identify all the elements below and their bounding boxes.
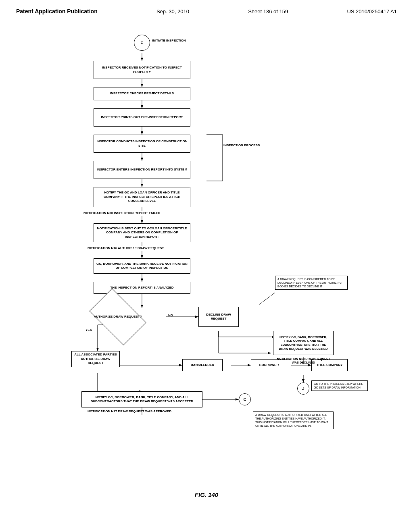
label-n16: NOTIFICATION N16 AUTHORIZE DRAW REQUEST — [88, 246, 164, 250]
patent-number: US 2010/0250417 A1 — [347, 8, 397, 15]
yes-label: YES — [86, 328, 92, 332]
no-label: NO — [168, 314, 173, 317]
box-inspector-checks: INSPECTOR CHECKS PROJECT DETAILS — [94, 87, 190, 100]
box-notify-gc-concern: NOTIFY THE GC AND LOAN OFFICER AND TITLE… — [94, 187, 190, 207]
inspection-process-label: INSPECTION PROCESS — [223, 143, 260, 147]
label-n18: NOTIFICATION N18 DRAW REQUEST WAS DECLIN… — [274, 357, 333, 364]
j-annotation: GO TO THE PROCESS STEP WHERE GC SETS UP … — [311, 380, 368, 391]
initiate-label: INITIATE INSPECTION — [152, 39, 186, 42]
annotation-draw-declined: A DRAW REQUEST IS CONSIDERED TO BE DECLI… — [275, 276, 348, 290]
sheet-number: Sheet 136 of 159 — [248, 8, 288, 15]
box-all-parties-authorize: ALL ASSOCIATED PARTIES AUTHORIZE DRAW RE… — [71, 351, 120, 367]
box-notify-accepted: NOTIFY GC, BORROWER, BANK, TITLE COMPANY… — [81, 391, 202, 407]
box-inspector-enters: INSPECTOR ENTERS INSPECTION REPORT INTO … — [94, 161, 190, 179]
svg-line-32 — [259, 293, 275, 305]
publication-date: Sep. 30, 2010 — [156, 8, 189, 15]
box-bank-lender: BANK/LENDER — [182, 359, 223, 371]
page-header: Patent Application Publication Sep. 30, … — [16, 8, 397, 15]
box-notify-declined: NOTIFY GC, BANK, BORROWER, TITLE COMPANY… — [273, 331, 334, 355]
j-circle: J — [297, 382, 309, 395]
box-inspector-receives: INSPECTOR RECEIVES NOTIFICATION TO INSPE… — [94, 61, 190, 79]
box-decline-draw: DECLINE DRAW REQUEST — [198, 307, 239, 327]
g-circle: G — [134, 35, 150, 51]
c-circle: C — [239, 393, 251, 405]
diamond-authorize: AUTHORIZE DRAW REQUEST? — [94, 301, 142, 333]
label-n30: NOTIFICATION N30 INSPECTION REPORT FAILE… — [83, 211, 161, 215]
annotation-draw-authorized: A DRAW REQUEST IS AUTHORIZED ONLY AFTER … — [253, 411, 334, 429]
publication-title: Patent Application Publication — [16, 8, 98, 15]
arrows-svg — [25, 27, 388, 502]
box-gc-borrower-bank: GC, BORROWER, AND THE BANK RECEIVE NOTIF… — [94, 258, 190, 274]
box-inspector-conducts: INSPECTOR CONDUCTS INSPECTION OF CONSTRU… — [94, 135, 190, 153]
box-inspector-prints: INSPECTOR PRINTS OUT PRE-INSPECTION REPO… — [94, 108, 190, 127]
box-notification-sent: NOTIFICATION IS SENT OUT TO GC/LOAN OFFI… — [94, 223, 190, 242]
label-n17: NOTIFICATION N17 DRAW REQUEST WAS APPROV… — [88, 409, 171, 413]
figure-caption: FIG. 140 — [25, 491, 388, 498]
flowchart-diagram: G INITIATE INSPECTION INSPECTOR RECEIVES… — [25, 27, 388, 502]
page: Patent Application Publication Sep. 30, … — [0, 0, 413, 532]
